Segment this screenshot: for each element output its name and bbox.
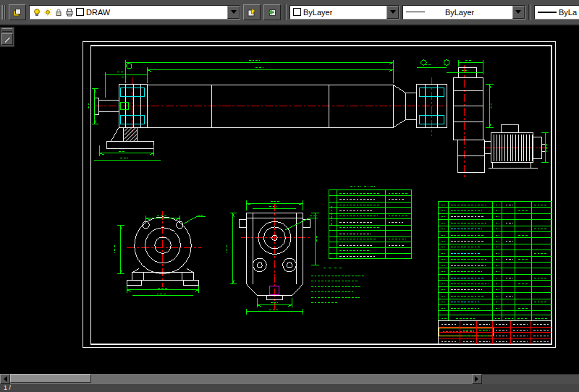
scrollbar-thumb[interactable] (10, 374, 91, 383)
statusbar: 1 / (0, 384, 579, 392)
parameters-table (329, 187, 411, 259)
layer-combo-dropdown-arrow[interactable] (227, 6, 240, 19)
color-value: ByLayer (303, 8, 332, 17)
horizontal-scrollbar[interactable] (0, 374, 482, 384)
docked-toolbar-button[interactable] (1, 33, 13, 45)
layer-name: DRAW (86, 8, 110, 17)
layout-tab-label[interactable]: 1 / (4, 384, 11, 391)
edit-tool-icon (3, 35, 12, 43)
end-view-dimensions (115, 215, 206, 295)
bom-table (439, 201, 551, 321)
linetype-combo[interactable]: ByLayer (402, 5, 525, 20)
layer-color-swatch (76, 8, 84, 16)
chevron-down-icon (231, 10, 237, 17)
front-view-dimensions (227, 200, 319, 314)
application-window: DRAW ByLayer ByLayer (0, 0, 579, 392)
layer-previous-icon (268, 8, 276, 17)
drawing-canvas[interactable] (0, 25, 579, 374)
toolbar-separator (528, 4, 531, 20)
arrow-right-icon (475, 376, 481, 382)
lock-icon[interactable] (54, 8, 63, 17)
title-block (439, 321, 551, 344)
toolbar-grip[interactable] (2, 28, 12, 32)
make-layer-current-icon (248, 8, 256, 17)
lineweight-preview-icon (538, 12, 557, 13)
main-assembly-view (94, 68, 545, 172)
linetype-combo-dropdown-arrow[interactable] (512, 6, 525, 19)
scroll-left-button[interactable] (0, 374, 10, 384)
drawing-frame (83, 41, 556, 347)
scroll-right-button[interactable] (472, 374, 482, 384)
sun-icon[interactable] (43, 8, 52, 17)
lineweight-value: ByLa (559, 8, 577, 17)
linetype-preview-icon (406, 12, 425, 12)
scrollbar-corner-gap (482, 374, 579, 385)
toolbar-separator (284, 4, 287, 20)
color-swatch (293, 8, 301, 16)
layer-properties-button[interactable] (9, 4, 26, 20)
linetype-value: ByLayer (445, 8, 474, 17)
docked-toolbar (0, 27, 14, 47)
bulb-icon[interactable] (33, 8, 41, 17)
lineweight-combo[interactable]: ByLa (534, 5, 579, 20)
make-object-layer-current-button[interactable] (243, 4, 261, 20)
cad-drawing (0, 25, 579, 374)
color-combo[interactable]: ByLayer (290, 5, 400, 20)
technical-notes (311, 268, 364, 303)
layers-icon (13, 8, 22, 17)
chevron-down-icon (390, 10, 396, 17)
color-combo-dropdown-arrow[interactable] (386, 6, 399, 19)
layer-combo[interactable]: DRAW (29, 5, 240, 20)
object-properties-toolbar: DRAW ByLayer ByLayer (0, 0, 579, 25)
main-view-dimensions (89, 60, 549, 163)
chevron-down-icon (515, 10, 521, 17)
printer-icon[interactable] (65, 8, 74, 17)
layer-previous-button[interactable] (263, 4, 281, 20)
toolbar-grip[interactable] (1, 5, 6, 20)
arrow-left-icon (1, 376, 7, 382)
